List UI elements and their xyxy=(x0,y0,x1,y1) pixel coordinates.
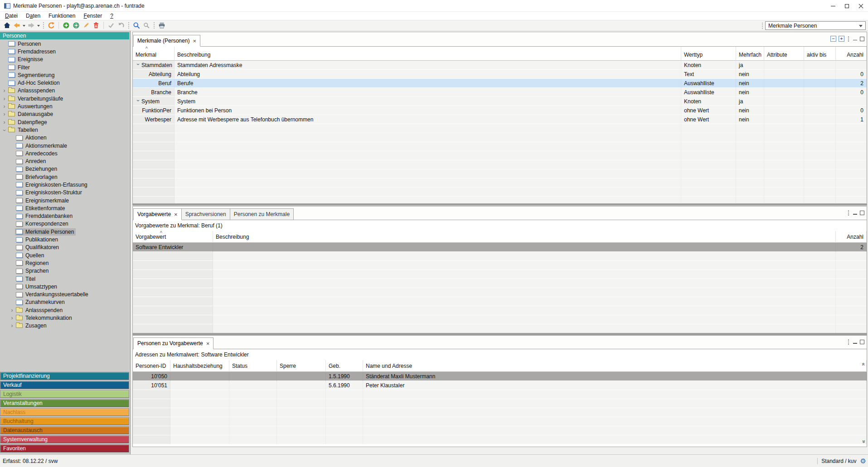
sidebar-item-titel[interactable]: ›Titel xyxy=(0,275,129,283)
panel-maximize-icon[interactable] xyxy=(860,211,864,215)
sidebar-item-filter[interactable]: ›Filter xyxy=(0,63,129,71)
column-header-beschreibung[interactable]: Beschreibung xyxy=(175,47,681,61)
column-header-werttyp[interactable]: Werttyp xyxy=(681,47,736,61)
menu-item-datei[interactable]: Datei xyxy=(1,12,22,19)
add-icon[interactable] xyxy=(62,21,71,30)
edit-icon[interactable] xyxy=(82,21,91,30)
expander-icon[interactable]: › xyxy=(1,96,7,102)
merkmal-row-system[interactable]: ›SystemSystemKnotenja xyxy=(133,97,867,106)
sidebar-item-fremddatenbanken[interactable]: ›Fremddatenbanken xyxy=(0,212,129,220)
sidebar-item-sprachen[interactable]: ›Sprachen xyxy=(0,267,129,275)
module-datenaustausch[interactable]: Datenaustausch xyxy=(0,426,129,434)
module-logistik[interactable]: Logistik xyxy=(0,390,129,398)
column-header-geb[interactable]: Geb. xyxy=(326,360,363,372)
column-header-attribute[interactable]: Attribute xyxy=(764,47,804,61)
column-header-merkmal[interactable]: Merkmal^ xyxy=(133,47,175,61)
column-header-anzahl[interactable]: Anzahl xyxy=(836,231,867,243)
tab-personen-zu-merkmale[interactable]: Personen zu Merkmale xyxy=(230,208,294,220)
expander-icon[interactable]: › xyxy=(1,111,7,117)
sidebar-item-ad-hoc-selektion[interactable]: ›Ad-Hoc Selektion xyxy=(0,79,129,87)
sidebar-item-ereignismerkmale[interactable]: ›Ereignismerkmale xyxy=(0,197,129,204)
expander-icon[interactable]: › xyxy=(1,127,8,133)
sidebar-item-merkmale-personen[interactable]: ›Merkmale Personen xyxy=(0,228,129,236)
tab-sprachversionen[interactable]: Sprachversionen xyxy=(182,208,230,220)
window-minimize-button[interactable] xyxy=(826,0,840,12)
sidebar-item-korrespondenzen[interactable]: ›Korrespondenzen xyxy=(0,220,129,228)
column-header-beschreibung[interactable]: Beschreibung xyxy=(213,231,836,243)
back-icon[interactable] xyxy=(12,21,21,30)
forward-icon[interactable] xyxy=(27,21,36,30)
refresh-icon[interactable] xyxy=(47,21,56,30)
merkmal-row-abteilung[interactable]: AbteilungAbteilungTextnein0 xyxy=(133,70,867,79)
merkmal-row-funktionper[interactable]: FunktionPerFunktionen bei Personohne Wer… xyxy=(133,106,867,115)
gear-icon[interactable]: ⚙ xyxy=(860,457,866,464)
expander-icon[interactable]: › xyxy=(9,315,15,321)
column-header-vorgabewert[interactable]: Vorgabewert^ xyxy=(133,231,213,243)
sidebar-item-ereignisse[interactable]: ›Ereignisse xyxy=(0,56,129,63)
scroll-to-first-icon[interactable]: « xyxy=(862,363,866,366)
sidebar-item-anredecodes[interactable]: ›Anredecodes xyxy=(0,149,129,157)
sidebar-item-tabellen[interactable]: ›Tabellen xyxy=(0,126,129,134)
sidebar-item-verdankungssteuertabelle[interactable]: ›Verdankungssteuertabelle xyxy=(0,291,129,298)
merkmal-row-werbesper[interactable]: WerbesperAdresse mit Werbesperre aus Tel… xyxy=(133,115,867,124)
column-header-sperre[interactable]: Sperre xyxy=(277,360,326,372)
sidebar-item-anlassspenden[interactable]: ›Anlassspenden xyxy=(0,87,129,95)
merkmal-row-stammdaten[interactable]: ›StammdatenStammdaten AdressmaskeKnotenj… xyxy=(133,61,867,70)
view-selector[interactable]: Merkmale Personen xyxy=(765,21,866,30)
person-row-10-051[interactable]: 10'0515.6.1990Peter Klaustaler xyxy=(133,381,867,390)
window-maximize-button[interactable] xyxy=(840,0,854,12)
sidebar-item-zunahmekurven[interactable]: ›Zunahmekurven xyxy=(0,298,129,306)
module-systemverwaltung[interactable]: Systemverwaltung xyxy=(0,435,129,443)
sidebar-item-briefvorlagen[interactable]: ›Briefvorlagen xyxy=(0,173,129,181)
menu-item-funktionen[interactable]: Funktionen xyxy=(44,12,79,19)
column-header-aktiv-bis[interactable]: aktiv bis xyxy=(804,47,836,61)
sidebar-item-aktionen[interactable]: ›Aktionen xyxy=(0,134,129,142)
home-icon[interactable] xyxy=(2,21,11,30)
sidebar-item-telekommunikation[interactable]: ›Telekommunikation xyxy=(0,314,129,322)
panel-minimize-icon[interactable] xyxy=(853,211,858,216)
module-nachlass[interactable]: Nachlass xyxy=(0,408,129,416)
sidebar-item-datenpflege[interactable]: ›Datenpflege xyxy=(0,118,129,126)
column-header-anzahl[interactable]: Anzahl xyxy=(836,47,867,61)
search-secondary-icon[interactable] xyxy=(142,21,151,30)
merkmal-row-beruf[interactable]: BerufBerufeAuswahllistenein2 xyxy=(133,79,867,88)
column-header-name-und-adresse[interactable]: Name und Adresse xyxy=(363,360,867,372)
module-verkauf[interactable]: Verkauf xyxy=(0,381,129,389)
sidebar-item-etikettenformate[interactable]: ›Etikettenformate xyxy=(0,204,129,212)
menu-item-fenster[interactable]: Fenster xyxy=(79,12,106,19)
module-favoriten[interactable]: Favoriten xyxy=(0,444,129,453)
scroll-to-last-icon[interactable]: « xyxy=(862,440,866,443)
column-header-mehrfach[interactable]: Mehrfach xyxy=(736,47,764,61)
undo-icon[interactable] xyxy=(116,21,126,30)
collapse-all-button[interactable]: − xyxy=(830,36,836,42)
tab-vorgabewerte[interactable]: Vorgabewerte× xyxy=(133,208,182,220)
sidebar-item-anlassspenden[interactable]: ›Anlassspenden xyxy=(0,306,129,314)
sidebar-item-personen[interactable]: ›Personen xyxy=(0,40,129,48)
sidebar-item-segmentierung[interactable]: ›Segmentierung xyxy=(0,71,129,79)
sidebar-item-aktionsmerkmale[interactable]: ›Aktionsmerkmale xyxy=(0,142,129,149)
delete-icon[interactable] xyxy=(92,21,101,30)
panel-maximize-icon[interactable] xyxy=(860,37,864,41)
tab-close-icon[interactable]: × xyxy=(206,341,210,347)
back-history-icon[interactable] xyxy=(22,21,26,30)
sidebar-item-beziehungen[interactable]: ›Beziehungen xyxy=(0,165,129,173)
expander-icon[interactable]: › xyxy=(9,307,15,313)
search-icon[interactable] xyxy=(132,21,141,30)
expander-icon[interactable]: › xyxy=(134,63,143,68)
sidebar-item-datenausgabe[interactable]: ›Datenausgabe xyxy=(0,111,129,118)
column-header-haushaltsbeziehung[interactable]: Haushaltsbeziehung xyxy=(170,360,229,372)
vorgabewert-row-software-entwickler[interactable]: Software Entwickler2 xyxy=(133,243,867,252)
sidebar-item-anreden[interactable]: ›Anreden xyxy=(0,157,129,165)
panel-minimize-icon[interactable] xyxy=(853,340,858,345)
merkmal-row-branche[interactable]: BrancheBrancheAuswahllistenein0 xyxy=(133,88,867,97)
sidebar-item-regionen[interactable]: ›Regionen xyxy=(0,259,129,267)
expander-icon[interactable]: › xyxy=(1,87,7,94)
panel-splitter[interactable] xyxy=(132,204,867,206)
person-row-10-050[interactable]: 10'0501.5.1990Ständerat Maxli Mustermann xyxy=(133,372,867,381)
sidebar-splitter[interactable] xyxy=(130,31,131,454)
forward-history-icon[interactable] xyxy=(36,21,41,30)
tab-personen-zu-vorgabewerte[interactable]: Personen zu Vorgabewerte × xyxy=(133,337,213,349)
module-buchhaltung[interactable]: Buchhaltung xyxy=(0,417,129,425)
column-header-status[interactable]: Status xyxy=(229,360,277,372)
sidebar-item-zusagen[interactable]: ›Zusagen xyxy=(0,322,129,330)
